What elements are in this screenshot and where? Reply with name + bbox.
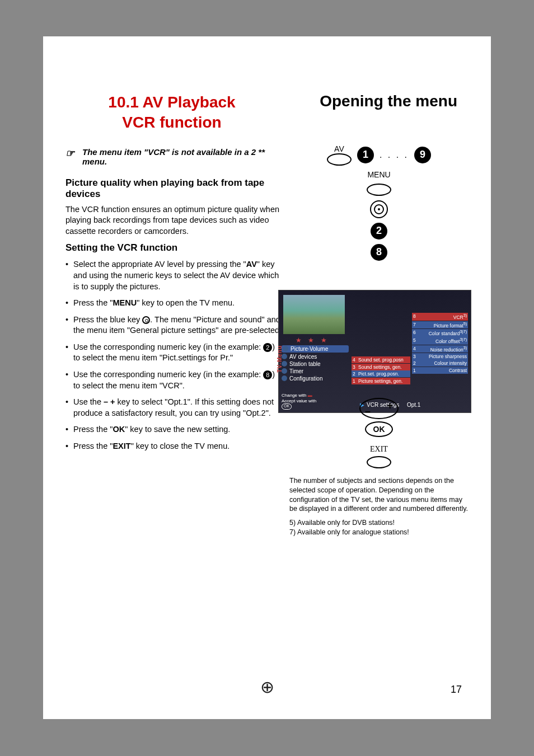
circled-number-2-icon: 2: [263, 343, 272, 352]
blue-key-icon: [142, 316, 150, 324]
circled-number-8-icon: 8: [263, 370, 272, 379]
section-title: 10.1 AV Playback VCR function: [77, 92, 267, 133]
osd-preview-picture: [283, 295, 345, 334]
dot-icon: [282, 361, 287, 367]
footnote-7: 7) Available only for analogue stations!: [289, 528, 469, 537]
numeric-1-button: 1: [357, 147, 374, 163]
dot-icon: [282, 354, 287, 359]
remote-diagram: AV 1 . . . . 9 MENU 2 8: [289, 144, 469, 261]
subheading-setting-vcr: Setting the VCR function: [65, 242, 284, 253]
plus-icon: +: [387, 400, 393, 412]
osd-mid-item: 1Picture settings, gen.: [352, 378, 410, 384]
exit-button-icon: [367, 456, 391, 468]
step-press-ok: Press the "OK" key to save the new setti…: [65, 424, 284, 435]
paragraph-picture-quality: The VCR function ensures an optimum pict…: [65, 204, 284, 237]
menu-label: MENU: [367, 170, 390, 179]
osd-left-item: Configuration: [282, 375, 349, 382]
step-press-exit: Press the "EXIT" key to close the TV men…: [65, 441, 284, 452]
ok-button-icon: OK: [365, 421, 393, 437]
footnotes: The number of subjects and sections depe…: [289, 476, 469, 537]
numeric-8-button: 8: [371, 244, 387, 261]
title-block: 10.1 AV Playback VCR function Opening th…: [43, 36, 491, 139]
osd-left-item: Timer: [282, 368, 349, 374]
plus-minus-button-icon: – +: [359, 398, 399, 419]
osd-right-item: 4Noise reduction3): [412, 345, 468, 353]
step-select-av: Select the appropriate AV level by press…: [65, 259, 284, 292]
title-line1: 10.1 AV Playback: [77, 92, 267, 112]
right-column: AV 1 . . . . 9 MENU 2 8 ★ ★ ★ TV-Menu: [289, 144, 469, 537]
step-numeric-pict-settings: Use the corresponding numeric key (in th…: [65, 342, 284, 364]
minus-icon: –: [365, 406, 371, 417]
footnote-main: The number of subjects and sections depe…: [289, 476, 469, 514]
osd-right-item: 7Picture format5): [412, 321, 468, 329]
osd-stars-icon: ★ ★ ★: [296, 336, 329, 344]
osd-left-list: Picture·Volume AV devices Station table …: [282, 344, 349, 383]
step-minus-plus: Use the – + key to select "Opt.1". If th…: [65, 397, 284, 419]
osd-right-item: 5Color offset3)7): [412, 337, 468, 345]
subheading-picture-quality: Picture quality when playing back from t…: [65, 177, 284, 200]
osd-left-item: AV devices: [282, 354, 349, 360]
dot-icon: [282, 375, 287, 381]
step-numeric-vcr: Use the corresponding numeric key (in th…: [65, 369, 284, 391]
exit-label: EXIT: [370, 445, 388, 454]
osd-left-item: Picture·Volume: [282, 345, 349, 353]
note-block: ☞ The menu item "VCR" is not available i…: [65, 144, 284, 172]
dot-icon: [283, 346, 288, 351]
osd-menu-screenshot: ★ ★ ★ TV-Menu Picture·Volume AV devices …: [278, 290, 471, 413]
blue-key-button: [370, 200, 388, 218]
dots: . . . .: [380, 150, 409, 160]
osd-right-item: 1Contrast: [412, 367, 468, 374]
step-press-menu: Press the "MENU" key to open the TV menu…: [65, 298, 284, 309]
left-column: ☞ The menu item "VCR" is not available i…: [65, 144, 284, 537]
av-label: AV: [334, 144, 344, 153]
osd-left-item: Station table: [282, 361, 349, 367]
osd-mid-item: 3Sound settings, gen.: [352, 364, 410, 370]
osd-footer: Change with ▬ Accept value with OK: [282, 393, 316, 410]
page-number: 17: [451, 684, 462, 696]
numeric-2-button: 2: [371, 223, 387, 240]
osd-mid-list: 4Sound set. prog.posn 3Sound settings, g…: [352, 356, 410, 385]
menu-button-icon: [367, 184, 391, 196]
osd-mid-item: 2Pict.set. prog.posn.: [352, 370, 410, 377]
osd-right-item: 8VCR3): [412, 313, 468, 321]
dot-icon: [282, 368, 287, 374]
osd-mid-item: 4Sound set. prog.posn: [352, 356, 410, 363]
opening-menu-heading: Opening the menu: [267, 92, 457, 110]
title-line2: VCR function: [77, 112, 267, 133]
osd-ok-icon: OK: [282, 403, 292, 409]
numeric-9-button: 9: [414, 147, 431, 163]
osd-right-item: 6Color standard3)7): [412, 329, 468, 337]
pointing-hand-icon: ☞: [65, 147, 74, 159]
note-text: The menu item "VCR" is not available in …: [82, 147, 265, 166]
osd-right-list: 8VCR3) 7Picture format5) 6Color standard…: [412, 313, 468, 374]
osd-right-item: 3Picture sharpness: [412, 353, 468, 360]
av-button-icon: [327, 153, 352, 166]
osd-right-item: 2Colour intensity: [412, 360, 468, 367]
step-press-blue-key: Press the blue key . The menu "Picture a…: [65, 314, 284, 336]
footnote-5: 5) Available only for DVB stations!: [289, 518, 469, 528]
page: 10.1 AV Playback VCR function Opening th…: [43, 36, 491, 719]
crop-mark-bottom: ⊕: [260, 677, 274, 697]
